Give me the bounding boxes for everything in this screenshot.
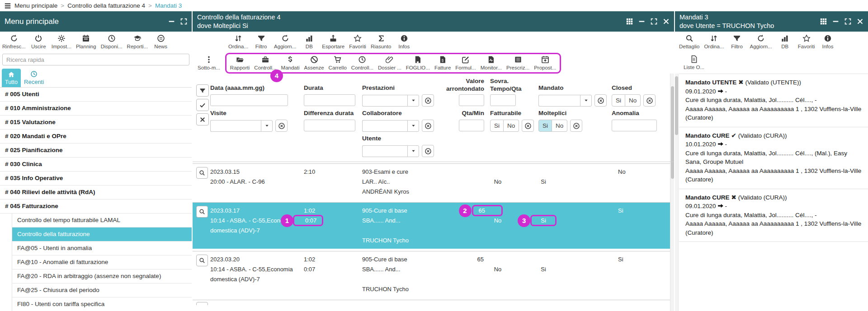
prescrizioni-button[interactable]: Prescriz... (504, 55, 532, 71)
maximize-icon[interactable] (844, 18, 851, 25)
submenu-item-fi80[interactable]: FI80 - Utenti con tariffa specifica (12, 297, 192, 311)
grid-view-icon[interactable] (820, 18, 827, 25)
formulari-button[interactable]: Formul... (453, 55, 478, 71)
reporting-button[interactable]: Reporti... (125, 34, 151, 50)
confirm-filter-button[interactable] (196, 99, 209, 111)
menu-item-fatturazione[interactable]: # 045 Fatturazione (0, 200, 192, 214)
clear-field-button[interactable] (570, 120, 582, 132)
submenu-item-fa25[interactable]: FA@25 - Chiusura del periodo (12, 283, 192, 297)
tab-tutto[interactable]: Tutto (2, 69, 21, 87)
submenu-more-button[interactable]: Sotto-m... (195, 55, 222, 71)
clear-field-button[interactable] (522, 120, 534, 132)
grid-view-icon[interactable] (626, 18, 633, 25)
submenu-item-fa20[interactable]: FA@20 - RDA in arbitraggio (assenze non … (12, 269, 192, 283)
menu-item-rilievi-rda[interactable]: # 040 Rilievi delle attività (RdA) (0, 186, 192, 200)
menu-item-valutazione[interactable]: # 015 Valutazione (0, 116, 192, 130)
mandato-card[interactable]: Mandato CURE ✔ (Validato (CURA)) 10.01.2… (679, 127, 868, 189)
breadcrumb-item-menu[interactable]: Menu principale (14, 2, 57, 9)
dropdown-arrow-button[interactable] (407, 95, 419, 107)
molteplici-no-button[interactable]: No (552, 120, 567, 132)
planning-button[interactable]: Planning (74, 34, 99, 50)
close-icon[interactable] (663, 18, 670, 25)
favorites-button[interactable]: Favoriti (347, 34, 368, 50)
submenu-item-controllo-fatturazione[interactable]: Controllo della fatturazione (12, 227, 192, 241)
submenu-item-fa10[interactable]: FA@10 - Anomalie di fatturazione (12, 255, 192, 269)
clear-field-button[interactable] (643, 94, 656, 107)
clear-field-button[interactable] (594, 94, 607, 107)
summary-button[interactable]: Riasunto (368, 34, 393, 50)
tab-recenti[interactable]: Recenti (21, 68, 47, 87)
maximize-icon[interactable] (651, 18, 657, 25)
clear-filter-button[interactable] (196, 113, 209, 125)
sort-button[interactable]: Ordina... (226, 34, 250, 50)
filter-prestazioni-input[interactable] (362, 95, 407, 107)
filter-data-input[interactable] (210, 94, 288, 106)
filter-button[interactable]: Filtro (250, 34, 272, 50)
menu-item-utenti[interactable]: # 005 Utenti (0, 88, 192, 102)
refresh-button[interactable]: Rinfresc... (0, 34, 28, 50)
export-button[interactable]: Esportare (320, 34, 347, 50)
table-row[interactable]: 2023.03.1520:00 - ALAR. - C-96 2:10 903-… (193, 163, 674, 200)
infos-button[interactable]: Infos (817, 34, 838, 50)
hamburger-menu-icon[interactable] (4, 2, 11, 9)
quick-search-input[interactable] (2, 54, 189, 65)
filter-visite-input[interactable] (210, 120, 261, 132)
breadcrumb-item-mandati[interactable]: Mandati 3 (155, 2, 182, 9)
sort-button[interactable]: Ordina... (702, 34, 726, 50)
clear-field-button[interactable] (422, 145, 434, 157)
molteplici-si-button-selected[interactable]: Si (538, 120, 552, 132)
breadcrumb-item-fatturazione[interactable]: Controllo della fatturazione 4 (67, 2, 145, 9)
monitoraggio-button[interactable]: Monitor... (478, 55, 504, 71)
submenu-item-controllo-tempo-lamal[interactable]: Controllo del tempo fatturabile LAMAL (12, 214, 192, 227)
submenu-item-fa05[interactable]: FA@05 - Utenti in anomalia (12, 241, 192, 255)
fatturabile-no-button[interactable]: No (504, 120, 519, 132)
mandato-card[interactable]: Mandato CURE ✖ (Validato (CURA)) 09.01.2… (679, 189, 868, 242)
filter-collaboratore-input[interactable] (362, 120, 407, 132)
clear-field-button[interactable] (422, 94, 434, 107)
minimize-icon[interactable] (168, 18, 175, 25)
mandato-card[interactable]: Mandato UTENTE ✖ (Validato (UTENTE)) 09.… (679, 74, 868, 127)
fatturabile-si-button[interactable]: Si (490, 120, 504, 132)
news-button[interactable]: News (150, 34, 171, 50)
refresh-button[interactable]: Aggiorn... (272, 34, 298, 50)
maximize-icon[interactable] (180, 18, 187, 25)
table-row-partial[interactable] (193, 300, 674, 305)
fatture-button[interactable]: Fatture (432, 55, 453, 71)
menu-item-clinica[interactable]: # 030 Clinica (0, 158, 192, 172)
availability-button[interactable]: Disponi... (99, 34, 125, 50)
filter-mandato-input[interactable] (538, 95, 580, 107)
table-row-selected[interactable]: 2023.03.1710:14 - ASBA. - C-55,Economia … (193, 202, 674, 249)
db-button[interactable]: DB (774, 34, 796, 50)
controlli-button[interactable]: Controll... (252, 55, 278, 71)
favorites-button[interactable]: Favoriti (796, 34, 817, 50)
dropdown-arrow-button[interactable] (407, 120, 419, 132)
right-panel-scrollbar[interactable] (675, 74, 679, 311)
menu-item-info-operative[interactable]: # 035 Info Operative (0, 172, 192, 186)
minimize-icon[interactable] (638, 18, 645, 25)
filter-sovra-input[interactable] (490, 94, 516, 106)
liste-button[interactable]: Liste O... (681, 55, 707, 70)
dropdown-arrow-button[interactable] (580, 95, 592, 107)
refresh-button[interactable]: Aggiorn... (748, 34, 774, 50)
mandati-button[interactable]: Mandati (279, 55, 302, 71)
infos-button[interactable]: Infos (393, 34, 415, 50)
row-detail-button[interactable] (196, 206, 208, 218)
table-row[interactable]: 2023.03.2010:14 - ASBA. - C-55,Economia … (193, 251, 674, 297)
filter-qta-input[interactable] (459, 120, 484, 131)
filter-differenza-input[interactable] (304, 120, 355, 131)
controllo-orario-button[interactable]: Controll... (349, 55, 376, 71)
closed-no-button[interactable]: No (625, 94, 641, 107)
close-icon[interactable] (857, 18, 863, 25)
foglio-button[interactable]: FOGLIO... (404, 55, 432, 71)
dropdown-arrow-button[interactable] (261, 120, 273, 132)
apply-filter-button[interactable] (196, 84, 209, 97)
clear-field-button[interactable] (422, 120, 434, 132)
filter-utente-input[interactable] (362, 145, 407, 157)
clear-field-button[interactable] (275, 120, 288, 132)
row-detail-button[interactable] (196, 255, 208, 266)
filter-durata-input[interactable] (304, 94, 355, 106)
dossier-button[interactable]: Dossier ... (376, 55, 404, 71)
db-button[interactable]: DB (298, 34, 320, 50)
minimize-icon[interactable] (832, 18, 839, 25)
carrello-button[interactable]: Carrello (326, 55, 349, 71)
